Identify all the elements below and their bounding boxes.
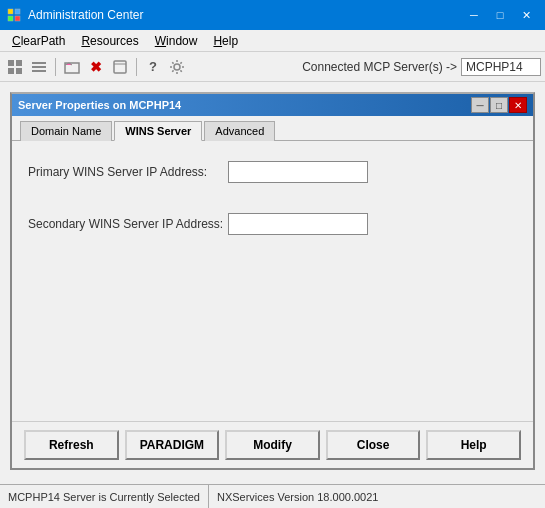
title-bar-controls: ─ □ ✕ <box>461 4 539 26</box>
svg-rect-5 <box>16 60 22 66</box>
refresh-button[interactable]: Refresh <box>24 430 119 460</box>
help-button[interactable]: Help <box>426 430 521 460</box>
paradigm-button[interactable]: PARADIGM <box>125 430 220 460</box>
svg-rect-6 <box>8 68 14 74</box>
toolbar-separator-1 <box>55 58 56 76</box>
menu-help[interactable]: Help <box>205 32 246 50</box>
server-name-display: MCPHP14 <box>461 58 541 76</box>
tab-strip: Domain Name WINS Server Advanced <box>12 116 533 141</box>
tab-content: Primary WINS Server IP Address: Secondar… <box>12 141 533 421</box>
status-left: MCPHP14 Server is Currently Selected <box>0 485 209 508</box>
toolbar-separator-2 <box>136 58 137 76</box>
toolbar-btn-1[interactable] <box>4 56 26 78</box>
minimize-button[interactable]: ─ <box>461 4 487 26</box>
svg-rect-7 <box>16 68 22 74</box>
button-bar: Refresh PARADIGM Modify Close Help <box>12 421 533 468</box>
secondary-wins-label: Secondary WINS Server IP Address: <box>28 217 228 231</box>
inner-close-button[interactable]: ✕ <box>509 97 527 113</box>
inner-minimize-button[interactable]: ─ <box>471 97 489 113</box>
toolbar-btn-5[interactable] <box>109 56 131 78</box>
toolbar-btn-3[interactable] <box>61 56 83 78</box>
secondary-wins-row: Secondary WINS Server IP Address: <box>28 213 517 235</box>
toolbar-btn-2[interactable] <box>28 56 50 78</box>
primary-wins-label: Primary WINS Server IP Address: <box>28 165 228 179</box>
modify-button[interactable]: Modify <box>225 430 320 460</box>
connected-label: Connected MCP Server(s) -> MCPHP14 <box>302 58 541 76</box>
menu-clearpath[interactable]: ClearPath <box>4 32 73 50</box>
toolbar-btn-help[interactable]: ? <box>142 56 164 78</box>
inner-dialog: Server Properties on MCPHP14 ─ □ ✕ Domai… <box>10 92 535 470</box>
main-window: Administration Center ─ □ ✕ ClearPath Re… <box>0 0 545 508</box>
secondary-wins-input[interactable] <box>228 213 368 235</box>
svg-point-14 <box>174 64 180 70</box>
status-bar: MCPHP14 Server is Currently Selected NXS… <box>0 484 545 508</box>
toolbar-btn-delete[interactable]: ✖ <box>85 56 107 78</box>
app-icon <box>6 7 22 23</box>
window-title: Administration Center <box>28 8 461 22</box>
tab-wins-server[interactable]: WINS Server <box>114 121 202 141</box>
inner-dialog-controls: ─ □ ✕ <box>471 97 527 113</box>
close-button[interactable]: ✕ <box>513 4 539 26</box>
svg-rect-1 <box>15 9 20 14</box>
menu-resources[interactable]: Resources <box>73 32 146 50</box>
svg-rect-12 <box>114 61 126 73</box>
inner-dialog-titlebar: Server Properties on MCPHP14 ─ □ ✕ <box>12 94 533 116</box>
svg-rect-3 <box>15 16 20 21</box>
close-dialog-button[interactable]: Close <box>326 430 421 460</box>
svg-rect-2 <box>8 16 13 21</box>
svg-rect-4 <box>8 60 14 66</box>
primary-wins-input[interactable] <box>228 161 368 183</box>
inner-maximize-button[interactable]: □ <box>490 97 508 113</box>
svg-rect-0 <box>8 9 13 14</box>
menu-window[interactable]: Window <box>147 32 206 50</box>
toolbar-btn-settings[interactable] <box>166 56 188 78</box>
title-bar: Administration Center ─ □ ✕ <box>0 0 545 30</box>
inner-dialog-title: Server Properties on MCPHP14 <box>18 99 181 111</box>
maximize-button[interactable]: □ <box>487 4 513 26</box>
main-content: Server Properties on MCPHP14 ─ □ ✕ Domai… <box>0 82 545 508</box>
tab-advanced[interactable]: Advanced <box>204 121 275 141</box>
menu-bar: ClearPath Resources Window Help <box>0 30 545 52</box>
primary-wins-row: Primary WINS Server IP Address: <box>28 161 517 183</box>
tab-domain-name[interactable]: Domain Name <box>20 121 112 141</box>
toolbar: ✖ ? Connected MCP Server(s) -> MCPHP14 <box>0 52 545 82</box>
status-right: NXServices Version 18.000.0021 <box>209 485 545 508</box>
